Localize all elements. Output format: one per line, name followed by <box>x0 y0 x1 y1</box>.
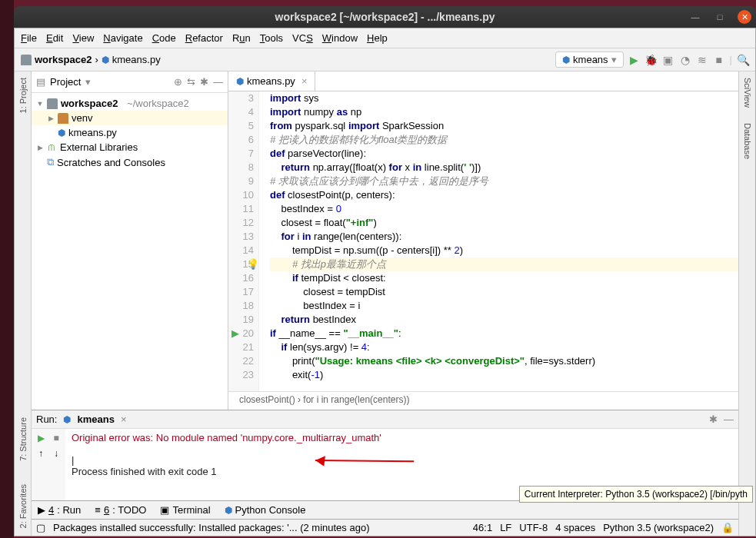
toolbar: workspace2 › ⬢ kmeans.py ⬢kmeans ▾ ▶ 🐞 ▣… <box>15 48 755 71</box>
status-msg: Packages installed successfully: Install… <box>53 522 465 533</box>
close-tab-icon[interactable]: × <box>301 75 308 87</box>
menu-code[interactable]: Code <box>152 32 176 44</box>
bottom-pyconsole[interactable]: ⬢ Python Console <box>225 504 306 516</box>
tree-root[interactable]: ▼workspace2 ~/workspace2 <box>32 96 228 111</box>
status-interp[interactable]: Python 3.5 (workspace2) <box>603 522 714 533</box>
status-icon[interactable]: ▢ <box>36 522 45 533</box>
exit-line: Process finished with exit code 1 <box>72 466 732 477</box>
bottom-run[interactable]: ▶ 4: Run <box>38 504 81 516</box>
tab-sciview[interactable]: SciView <box>743 78 752 108</box>
status-pos[interactable]: 46:1 <box>473 522 492 533</box>
collapse-icon[interactable]: ⇆ <box>187 76 195 88</box>
folder-icon <box>21 55 32 65</box>
project-title: Project <box>50 76 81 88</box>
status-le[interactable]: LF <box>500 522 511 533</box>
menu-tools[interactable]: Tools <box>260 32 283 44</box>
lock-icon[interactable]: 🔒 <box>721 522 734 533</box>
menu-vcs[interactable]: VCS <box>292 32 313 44</box>
run-button[interactable]: ▶ <box>628 54 641 66</box>
crumb-root[interactable]: workspace2 <box>35 54 92 65</box>
code-breadcrumb[interactable]: closestPoint() › for i in range(len(cent… <box>228 391 738 410</box>
breadcrumb[interactable]: workspace2 › ⬢ kmeans.py <box>21 54 161 65</box>
run-config-dropdown[interactable]: ⬢kmeans ▾ <box>555 51 624 68</box>
profile-button[interactable]: ◔ <box>679 54 691 66</box>
code-editor[interactable]: 345678910111213141516171819▶20212223 imp… <box>228 91 738 391</box>
tree-kmeans[interactable]: ⬢kmeans.py <box>32 125 228 140</box>
run-settings-icon[interactable]: ✱ <box>709 413 718 425</box>
bottom-todo[interactable]: ≡ 6: TODO <box>95 504 146 516</box>
tree-extlib[interactable]: ▶⫙External Libraries <box>32 140 228 154</box>
status-indent[interactable]: 4 spaces <box>555 522 595 533</box>
close-button[interactable]: ✕ <box>738 10 751 24</box>
down-stack-button[interactable]: ↓ <box>50 447 62 460</box>
status-enc[interactable]: UTF-8 <box>519 522 548 533</box>
project-pane: ▤ Project ▾ ⊕ ⇆ ✱ — ▼workspace2 ~/worksp… <box>32 71 228 410</box>
menubar: File Edit View Navigate Code Refactor Ru… <box>15 28 755 48</box>
coverage-button[interactable]: ▣ <box>662 54 674 66</box>
run-controls: ▶ ■ ↑ ↓ <box>32 429 65 500</box>
minimize-button[interactable]: — <box>688 10 702 24</box>
menu-file[interactable]: File <box>21 32 37 44</box>
search-button[interactable]: 🔍 <box>737 54 749 66</box>
interpreter-tooltip: Current Interpreter: Python 3.5 (workspa… <box>519 486 753 503</box>
tab-project[interactable]: 1: Project <box>18 78 28 113</box>
up-stack-button[interactable]: ↑ <box>35 447 47 460</box>
tree-scratch[interactable]: ⧉Scratches and Consoles <box>32 154 228 170</box>
python-icon: ⬢ <box>102 55 109 65</box>
window-title: workspace2 [~/workspace2] - .../kmeans.p… <box>275 11 495 23</box>
concurrent-button[interactable]: ≋ <box>696 54 708 66</box>
run-config-name: kmeans <box>77 413 114 425</box>
menu-help[interactable]: Help <box>367 32 388 44</box>
tab-favorites[interactable]: 2: Favorites <box>18 484 28 528</box>
bottom-terminal[interactable]: ▣ Terminal <box>160 504 210 516</box>
tab-database[interactable]: Database <box>743 123 752 159</box>
menu-refactor[interactable]: Refactor <box>185 32 223 44</box>
crumb-file[interactable]: kmeans.py <box>112 54 161 65</box>
editor-tab[interactable]: ⬢kmeans.py× <box>228 71 315 91</box>
settings-icon[interactable]: ✱ <box>200 76 208 88</box>
debug-button[interactable]: 🐞 <box>645 54 658 66</box>
menu-view[interactable]: View <box>72 32 94 44</box>
menu-navigate[interactable]: Navigate <box>103 32 142 44</box>
tab-structure[interactable]: 7: Structure <box>18 417 28 461</box>
locate-icon[interactable]: ⊕ <box>174 76 182 88</box>
hide-icon[interactable]: — <box>213 76 223 88</box>
titlebar: workspace2 [~/workspace2] - .../kmeans.p… <box>14 6 756 28</box>
maximize-button[interactable]: □ <box>713 10 727 24</box>
menu-window[interactable]: Window <box>322 32 358 44</box>
menu-edit[interactable]: Edit <box>46 32 63 44</box>
stop-button[interactable]: ■ <box>713 54 725 66</box>
run-hide-icon[interactable]: — <box>724 413 734 425</box>
error-line: Original error was: No module named 'num… <box>72 432 732 443</box>
stop-run-button[interactable]: ■ <box>50 432 62 444</box>
menu-run[interactable]: Run <box>232 32 251 44</box>
tree-venv[interactable]: ▶venv <box>32 111 228 125</box>
rerun-button[interactable]: ▶ <box>35 432 47 444</box>
run-panel-title: Run: <box>36 413 57 425</box>
